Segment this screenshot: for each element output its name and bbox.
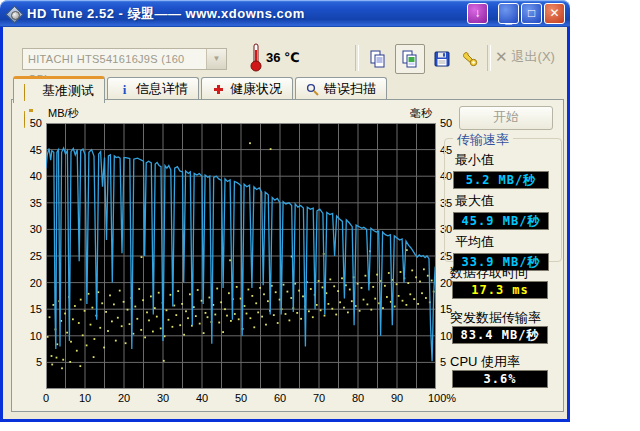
x-tick: 10 [79, 392, 91, 404]
save-screenshot-button[interactable] [427, 44, 457, 74]
download-arrow-button[interactable]: ↓ [467, 3, 488, 24]
chevron-down-icon: ▼ [206, 49, 226, 69]
save-icon [432, 49, 452, 69]
health-cross-icon [212, 83, 225, 96]
title-bar[interactable]: HD Tune 2.52 - 绿盟—— www.xdowns.com ↓ _ □… [0, 0, 570, 27]
max-metric: 最大值 45.9 MB/秒 [453, 192, 561, 230]
burst-rate-label: 突发数据传输率 [450, 309, 541, 327]
y-tick: 35 [14, 197, 42, 209]
x-tick: 60 [274, 392, 286, 404]
x-tick: 40 [196, 392, 208, 404]
close-button[interactable]: ✕ [544, 3, 565, 24]
info-icon: i [118, 83, 131, 96]
toolbar-separator [487, 45, 491, 71]
access-time-display: 17.3 ms [452, 281, 548, 299]
tab-label: 基准测试 [42, 82, 94, 100]
min-metric: 最小值 5.2 MB/秒 [453, 151, 561, 189]
benchmark-chart [46, 123, 436, 389]
app-window: HD Tune 2.52 - 绿盟—— www.xdowns.com ↓ _ □… [0, 0, 570, 422]
y-axis-label-right: 毫秒 [410, 106, 432, 121]
max-value-display: 45.9 MB/秒 [453, 212, 549, 230]
copy-info-button[interactable] [363, 44, 393, 74]
copy-image-icon [400, 49, 420, 69]
app-icon [6, 6, 22, 22]
y-tick: 30 [14, 223, 42, 235]
x-tick: 30 [157, 392, 169, 404]
avg-label: 平均值 [455, 233, 561, 251]
tab-label: 健康状况 [230, 80, 282, 98]
tab-label: 错误扫描 [324, 80, 376, 98]
y-tick: 45 [14, 144, 42, 156]
drive-select[interactable]: HITACHI HTS541616J9S (160 GB) ▼ [22, 48, 227, 70]
maximize-button[interactable]: □ [521, 3, 542, 24]
exit-button[interactable]: ✕ 退出(X) [495, 48, 555, 66]
tab-label: 信息详情 [136, 80, 188, 98]
y-tick: 15 [14, 303, 42, 315]
y-tick: 10 [14, 330, 42, 342]
drive-select-value: HITACHI HTS541616J9S (160 GB) [28, 49, 206, 69]
wrench-icon [460, 49, 480, 69]
x-tick: 70 [313, 392, 325, 404]
start-button[interactable]: 开始 [459, 106, 553, 130]
exit-label: 退出(X) [512, 48, 555, 66]
copy-screenshot-button[interactable] [395, 44, 425, 74]
y-tick: 50 [14, 117, 42, 129]
client-area: HITACHI HTS541616J9S (160 GB) ▼ 36 ℃ [0, 27, 570, 422]
tab-info[interactable]: i 信息详情 [107, 77, 199, 100]
min-label: 最小值 [455, 151, 561, 169]
tab-strip: 基准测试 i 信息详情 健康状况 错误扫描 [13, 76, 389, 99]
x-tick: 20 [118, 392, 130, 404]
window-title: HD Tune 2.52 - 绿盟—— www.xdowns.com [27, 5, 305, 23]
options-button[interactable] [455, 44, 485, 74]
benchmark-panel: MB/秒 毫秒 5045403530252015105 504540353025… [11, 99, 564, 412]
chart-canvas [46, 123, 436, 389]
x-tick: 0 [43, 392, 49, 404]
temperature-value: 36 ℃ [266, 50, 300, 65]
tab-health[interactable]: 健康状况 [201, 77, 293, 100]
cpu-usage-label: CPU 使用率 [450, 353, 520, 371]
toolbar-separator [355, 45, 359, 71]
y-tick: 20 [14, 277, 42, 289]
minimize-icon: _ [499, 10, 518, 28]
transfer-rate-group: 传输速率 最小值 5.2 MB/秒 最大值 45.9 MB/秒 平均值 33.9… [444, 138, 562, 262]
x-tick: 90 [391, 392, 403, 404]
min-value-display: 5.2 MB/秒 [453, 171, 549, 189]
magnifier-icon [306, 83, 319, 96]
y-tick: 5 [14, 356, 42, 368]
minimize-button[interactable]: _ [498, 3, 519, 24]
x-tick: 80 [352, 392, 364, 404]
thermometer-icon [250, 42, 262, 72]
group-title: 传输速率 [453, 131, 513, 149]
tab-benchmark[interactable]: 基准测试 [13, 76, 105, 103]
y-axis-label-left: MB/秒 [48, 106, 79, 121]
max-label: 最大值 [455, 192, 561, 210]
bulb-icon [24, 85, 37, 98]
x-tick: 100% [428, 392, 456, 404]
copy-icon [368, 49, 388, 69]
burst-rate-display: 83.4 MB/秒 [452, 326, 548, 344]
y-tick: 40 [14, 170, 42, 182]
cpu-usage-display: 3.6% [452, 370, 548, 388]
y-tick: 25 [14, 250, 42, 262]
access-time-label: 数据存取时间 [450, 264, 528, 282]
x-tick: 50 [235, 392, 247, 404]
close-x-icon: ✕ [495, 48, 508, 66]
tab-error-scan[interactable]: 错误扫描 [295, 77, 387, 100]
